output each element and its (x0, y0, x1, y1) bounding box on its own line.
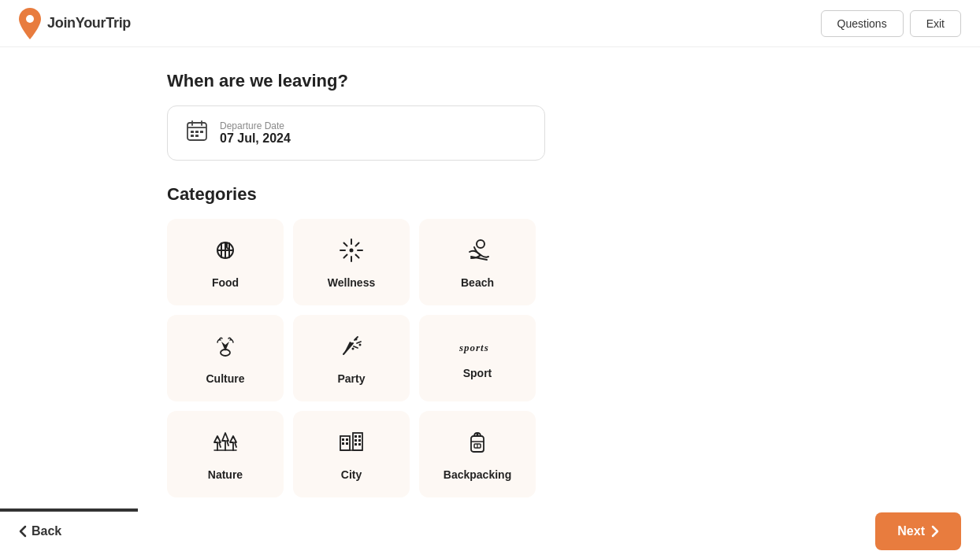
svg-rect-46 (355, 443, 357, 446)
svg-point-32 (359, 343, 362, 346)
category-card-sport[interactable]: sports Sport (419, 315, 536, 401)
category-card-city[interactable]: City (293, 411, 410, 497)
departure-date-value: 07 Jul, 2024 (220, 131, 291, 146)
svg-rect-41 (346, 442, 348, 445)
svg-rect-43 (358, 435, 361, 438)
culture-icon (211, 332, 239, 364)
categories-grid: Food Wellness (167, 219, 813, 497)
header-buttons: Questions Exit (821, 10, 961, 37)
svg-rect-8 (191, 135, 194, 137)
svg-line-22 (356, 254, 359, 257)
svg-rect-42 (355, 435, 357, 438)
back-chevron-icon (19, 525, 27, 538)
svg-rect-6 (195, 131, 199, 133)
category-card-wellness[interactable]: Wellness (293, 219, 410, 305)
food-label: Food (212, 276, 239, 289)
svg-text:sports: sports (458, 342, 489, 353)
svg-point-0 (26, 15, 34, 23)
svg-rect-36 (340, 436, 350, 450)
main-content: When are we leaving? Departure Date 07 J… (135, 47, 845, 521)
svg-line-23 (356, 242, 359, 246)
svg-point-31 (355, 338, 358, 340)
logo-pin-icon (19, 8, 41, 39)
questions-button[interactable]: Questions (821, 10, 904, 37)
svg-line-24 (344, 254, 347, 257)
party-icon (337, 332, 366, 364)
svg-rect-9 (195, 135, 199, 137)
departure-section-title: When are we leaving? (167, 71, 813, 91)
footer: Back Next (0, 512, 980, 551)
logo-text: JoinYourTrip (47, 15, 131, 31)
svg-rect-38 (342, 438, 344, 441)
departure-date-picker[interactable]: Departure Date 07 Jul, 2024 (167, 105, 545, 161)
backpacking-icon (463, 428, 492, 460)
next-button[interactable]: Next (875, 512, 961, 550)
category-card-party[interactable]: Party (293, 315, 410, 401)
nature-icon (211, 428, 239, 460)
wellness-icon (337, 236, 366, 268)
beach-label: Beach (461, 276, 494, 289)
svg-rect-40 (342, 442, 344, 445)
svg-line-21 (344, 242, 347, 246)
svg-rect-7 (200, 131, 203, 133)
category-card-culture[interactable]: Culture (167, 315, 284, 401)
svg-point-16 (350, 248, 354, 252)
categories-section-title: Categories (167, 184, 813, 205)
departure-label: Departure Date (220, 120, 291, 131)
logo: JoinYourTrip (19, 8, 131, 39)
svg-line-30 (354, 346, 358, 348)
svg-rect-37 (353, 433, 362, 450)
category-card-beach[interactable]: Beach (419, 219, 536, 305)
sport-icon: sports (458, 337, 497, 359)
culture-label: Culture (206, 372, 245, 385)
date-info: Departure Date 07 Jul, 2024 (220, 120, 291, 146)
backpacking-label: Backpacking (444, 468, 511, 481)
food-icon (211, 236, 239, 268)
category-card-food[interactable]: Food (167, 219, 284, 305)
svg-line-29 (357, 342, 361, 343)
svg-rect-39 (346, 438, 348, 441)
svg-rect-5 (191, 131, 194, 133)
nature-label: Nature (208, 468, 243, 481)
svg-rect-45 (358, 439, 361, 442)
beach-icon (463, 236, 492, 268)
svg-rect-44 (355, 439, 357, 442)
svg-point-25 (477, 240, 484, 248)
svg-point-33 (352, 347, 355, 349)
sport-label: Sport (463, 367, 492, 379)
wellness-label: Wellness (328, 276, 375, 289)
header: JoinYourTrip Questions Exit (0, 0, 980, 47)
svg-point-53 (477, 433, 479, 435)
category-card-nature[interactable]: Nature (167, 411, 284, 497)
party-label: Party (337, 372, 365, 385)
exit-button[interactable]: Exit (910, 10, 961, 37)
category-card-backpacking[interactable]: Backpacking (419, 411, 536, 497)
city-label: City (341, 468, 362, 481)
next-chevron-icon (931, 525, 939, 538)
city-icon (337, 428, 366, 460)
svg-rect-47 (358, 443, 361, 446)
back-button[interactable]: Back (19, 524, 61, 538)
calendar-icon (187, 120, 207, 146)
